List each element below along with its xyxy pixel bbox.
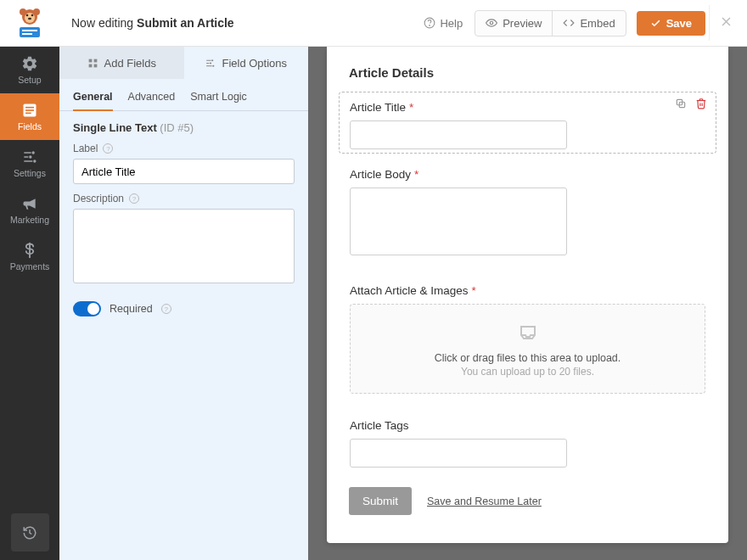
field-label: Article Title* bbox=[350, 101, 705, 114]
svg-point-11 bbox=[430, 25, 430, 26]
megaphone-icon bbox=[21, 195, 38, 212]
subtab-smart-logic[interactable]: Smart Logic bbox=[190, 83, 247, 110]
label-input[interactable] bbox=[73, 159, 295, 184]
form-icon bbox=[21, 102, 38, 119]
svg-rect-7 bbox=[20, 27, 40, 37]
delete-field-button[interactable] bbox=[695, 98, 707, 113]
svg-point-17 bbox=[32, 151, 35, 154]
brand-logo bbox=[0, 0, 59, 47]
svg-point-6 bbox=[28, 18, 31, 20]
svg-rect-16 bbox=[25, 113, 31, 115]
svg-point-4 bbox=[26, 14, 29, 17]
svg-point-1 bbox=[20, 8, 26, 15]
sub-tabs: General Advanced Smart Logic bbox=[59, 83, 308, 111]
svg-point-2 bbox=[33, 8, 40, 15]
field-article-title[interactable]: Article Title* bbox=[339, 92, 716, 154]
file-upload-dropzone[interactable]: Click or drag files to this area to uplo… bbox=[350, 304, 705, 394]
help-icon[interactable]: ? bbox=[161, 304, 171, 314]
gear-icon bbox=[21, 55, 38, 72]
trash-icon bbox=[695, 98, 707, 109]
svg-rect-23 bbox=[93, 64, 97, 67]
article-title-input[interactable] bbox=[350, 120, 567, 149]
upload-text-secondary: You can upload up to 20 files. bbox=[359, 366, 696, 378]
top-bar: Now editing Submit an Article Help Previ… bbox=[59, 0, 747, 47]
svg-rect-9 bbox=[22, 33, 32, 35]
save-button[interactable]: Save bbox=[637, 11, 705, 36]
field-article-tags[interactable]: Article Tags bbox=[339, 410, 716, 472]
nav-settings[interactable]: Settings bbox=[0, 140, 59, 187]
field-attach[interactable]: Attach Article & Images* Click or drag f… bbox=[339, 275, 716, 398]
svg-rect-15 bbox=[25, 109, 34, 111]
upload-text-primary: Click or drag files to this area to uplo… bbox=[359, 352, 696, 364]
svg-point-26 bbox=[213, 64, 215, 66]
field-type-name: Single Line Text bbox=[73, 121, 157, 134]
nav-fields-label: Fields bbox=[18, 121, 42, 132]
now-editing-prefix: Now editing bbox=[71, 16, 137, 30]
field-article-body[interactable]: Article Body* bbox=[339, 159, 716, 263]
nav-setup[interactable]: Setup bbox=[0, 47, 59, 93]
svg-rect-21 bbox=[93, 59, 97, 62]
history-icon bbox=[22, 525, 37, 540]
help-icon[interactable]: ? bbox=[103, 143, 113, 154]
svg-point-19 bbox=[33, 160, 36, 162]
sliders-icon bbox=[21, 148, 38, 165]
save-label: Save bbox=[666, 17, 692, 30]
sliders-icon bbox=[205, 58, 216, 69]
nav-marketing-label: Marketing bbox=[10, 215, 49, 225]
subtab-advanced[interactable]: Advanced bbox=[128, 83, 176, 110]
nav-payments-label: Payments bbox=[10, 261, 50, 272]
svg-point-24 bbox=[212, 59, 214, 61]
submit-button[interactable]: Submit bbox=[349, 487, 412, 515]
description-textarea[interactable] bbox=[73, 209, 295, 283]
article-body-textarea[interactable] bbox=[350, 188, 567, 255]
help-link[interactable]: Help bbox=[424, 17, 463, 30]
form-canvas: Article Details Article Title* Article B… bbox=[308, 47, 747, 560]
required-toggle[interactable] bbox=[73, 301, 101, 316]
grid-icon bbox=[87, 58, 98, 69]
svg-point-18 bbox=[29, 155, 31, 158]
article-tags-input[interactable] bbox=[350, 439, 567, 468]
preview-button[interactable]: Preview bbox=[475, 11, 552, 36]
field-type-heading: Single Line Text (ID #5) bbox=[59, 111, 308, 134]
svg-rect-20 bbox=[88, 59, 92, 62]
help-label: Help bbox=[440, 17, 463, 30]
svg-point-12 bbox=[490, 21, 493, 25]
field-id: (ID #5) bbox=[160, 121, 194, 134]
preview-label: Preview bbox=[503, 17, 542, 30]
tab-field-options[interactable]: Field Options bbox=[184, 47, 309, 79]
field-options-panel: Add Fields Field Options General Advance… bbox=[59, 47, 308, 560]
history-button[interactable] bbox=[11, 513, 49, 552]
nav-settings-label: Settings bbox=[14, 168, 46, 178]
copy-icon bbox=[675, 98, 687, 109]
duplicate-field-button[interactable] bbox=[675, 98, 687, 113]
svg-rect-22 bbox=[88, 64, 92, 67]
svg-rect-14 bbox=[25, 107, 34, 109]
nav-fields[interactable]: Fields bbox=[0, 93, 59, 140]
preview-embed-group: Preview Embed bbox=[475, 10, 626, 36]
form-preview: Article Details Article Title* Article B… bbox=[327, 47, 728, 543]
tab-add-fields-label: Add Fields bbox=[104, 57, 156, 70]
inbox-icon bbox=[359, 323, 696, 347]
description-field-label: Description ? bbox=[73, 193, 295, 204]
field-label: Article Tags bbox=[350, 419, 705, 432]
form-title: Submit an Article bbox=[137, 16, 234, 30]
nav-setup-label: Setup bbox=[18, 75, 41, 85]
embed-label: Embed bbox=[580, 17, 615, 30]
help-icon[interactable]: ? bbox=[129, 193, 139, 204]
tab-field-options-label: Field Options bbox=[222, 57, 287, 70]
vertical-nav: Setup Fields Settings Marketing Payments bbox=[0, 47, 59, 560]
label-field-label: Label ? bbox=[73, 143, 295, 154]
close-button[interactable] bbox=[719, 14, 733, 32]
nav-payments[interactable]: Payments bbox=[0, 233, 59, 280]
required-label: Required bbox=[110, 303, 153, 315]
embed-button[interactable]: Embed bbox=[552, 11, 625, 36]
save-resume-link[interactable]: Save and Resume Later bbox=[427, 496, 542, 507]
panel-tabs: Add Fields Field Options bbox=[59, 47, 308, 79]
subtab-general[interactable]: General bbox=[73, 83, 113, 111]
svg-point-5 bbox=[31, 14, 34, 17]
tab-add-fields[interactable]: Add Fields bbox=[59, 47, 184, 79]
field-label: Article Body* bbox=[350, 168, 705, 181]
svg-point-25 bbox=[210, 62, 211, 64]
nav-marketing[interactable]: Marketing bbox=[0, 187, 59, 233]
svg-rect-8 bbox=[22, 30, 37, 31]
